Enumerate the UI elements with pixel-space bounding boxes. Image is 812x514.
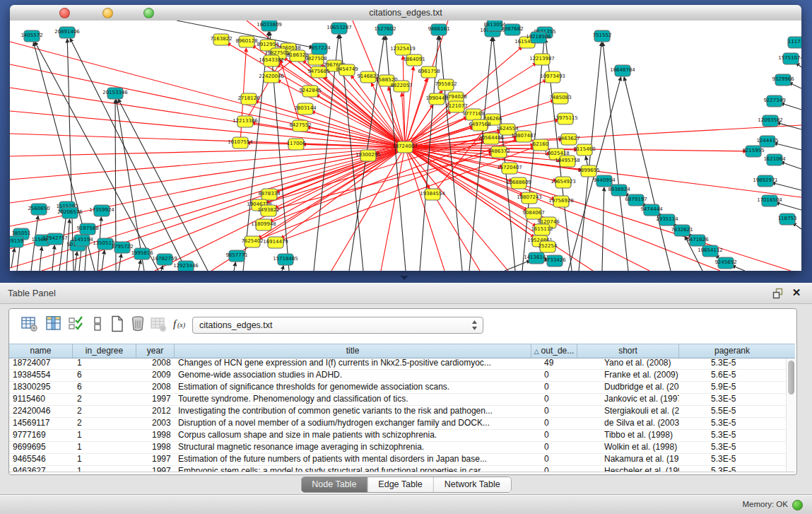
vertical-scrollbar[interactable] (786, 358, 796, 472)
network-table-select[interactable]: citations_edges.txt (192, 317, 483, 334)
graph-node[interactable]: 6497568 (469, 119, 490, 131)
graph-node[interactable]: 12923446 (173, 261, 199, 271)
graph-node[interactable]: 8938924 (608, 185, 630, 196)
graph-node[interactable]: 2718126 (237, 93, 260, 105)
graph-node[interactable]: 6961758 (418, 66, 440, 78)
graph-node[interactable]: 9777169 (462, 109, 484, 120)
graph-node[interactable]: 11809948 (251, 219, 276, 230)
graph-node[interactable]: 20891406 (54, 27, 80, 38)
graph-node[interactable]: 9475685 (307, 66, 329, 78)
graph-node[interactable]: 9197588 (76, 223, 98, 235)
graph-node[interactable]: 9227349 (763, 95, 785, 107)
tab-node-table[interactable]: Node Table (301, 477, 367, 492)
graph-node[interactable]: 18807243 (517, 192, 542, 204)
column-header-name[interactable]: name (9, 344, 73, 358)
rows-icon[interactable] (88, 315, 107, 333)
new-table-icon[interactable] (108, 315, 126, 333)
graph-node[interactable]: 19654923 (551, 177, 576, 188)
graph-node[interactable]: 16033809 (257, 21, 282, 31)
graph-node[interactable]: 1995816 (131, 248, 153, 259)
graph-node[interactable]: 16543382 (259, 55, 284, 66)
graph-node[interactable]: 10654112 (698, 245, 723, 257)
column-header-short[interactable]: short (577, 344, 679, 358)
function-builder-icon[interactable]: f (x) (171, 315, 189, 333)
graph-node[interactable]: 17016504 (757, 195, 782, 206)
select-all-icon[interactable] (67, 315, 86, 333)
graph-node[interactable]: 8822057 (390, 81, 412, 92)
graph-node[interactable]: 12213987 (529, 54, 555, 65)
column-header-in_degree[interactable]: in_degree (73, 344, 136, 358)
graph-node[interactable]: 9463627 (558, 134, 579, 145)
graph-node[interactable]: 1733426 (543, 255, 566, 267)
graph-node[interactable]: 22420046 (259, 71, 284, 83)
graph-node[interactable]: 9115460 (573, 144, 595, 156)
graph-node[interactable]: 19384554 (420, 189, 445, 200)
graph-node[interactable]: 8215955 (742, 146, 764, 157)
column-header-year[interactable]: year (136, 344, 175, 358)
show-columns-icon[interactable] (45, 315, 63, 333)
table-row[interactable]: 2242004622012Investigating the contribut… (9, 406, 795, 418)
graph-node[interactable]: 7857224 (308, 43, 331, 54)
graph-node[interactable]: 1795722 (111, 242, 133, 253)
graph-node[interactable]: 751552 (593, 30, 612, 42)
graph-node[interactable]: 10807487 (511, 131, 536, 142)
graph-node[interactable]: 1405572 (20, 30, 42, 42)
graph-node[interactable]: 16648784 (610, 65, 635, 76)
graph-node[interactable]: 2560650 (28, 204, 49, 215)
graph-node[interactable]: 13975115 (553, 113, 578, 124)
tab-network-table[interactable]: Network Table (434, 477, 511, 492)
table-row[interactable]: 1872400712008Changes of HCN gene express… (9, 358, 795, 370)
graph-node[interactable]: 20206576 (57, 207, 83, 218)
graph-node[interactable]: 10653287 (326, 23, 352, 34)
graph-node[interactable]: 9474444 (640, 204, 663, 216)
graph-node[interactable]: 8427552 (289, 120, 311, 132)
graph-node[interactable]: 252254 (539, 241, 558, 252)
table-row[interactable]: 911546021997Tourette syndrome. Phenomeno… (9, 394, 795, 406)
graph-node[interactable]: 9245652 (714, 257, 736, 269)
graph-node[interactable]: 8960128 (235, 36, 257, 47)
graph-node[interactable]: 7955812 (435, 79, 457, 90)
graph-node[interactable]: 7625402 (241, 236, 263, 247)
graph-node[interactable]: 1621064 (763, 154, 786, 165)
graph-node[interactable]: 7632621 (671, 225, 693, 236)
graph-node[interactable]: 16914479 (263, 237, 288, 248)
graph-node[interactable]: 8454749 (336, 64, 358, 76)
window-titlebar[interactable]: citations_edges.txt (10, 5, 801, 21)
splitter-handle[interactable] (400, 276, 408, 280)
graph-node[interactable]: 1615112 (531, 224, 553, 235)
graph-node[interactable]: 2803144 (294, 103, 317, 115)
graph-node[interactable]: 9242845 (299, 86, 321, 97)
graph-node[interactable]: 118753 (778, 214, 797, 225)
import-table-icon[interactable] (149, 315, 167, 333)
graph-node[interactable]: 6879197 (625, 194, 647, 206)
graph-node[interactable]: 18300295 (355, 150, 381, 161)
graph-node[interactable]: 62160 (533, 139, 548, 151)
graph-node[interactable]: 10688609 (506, 177, 531, 189)
graph-node[interactable]: 1145194 (71, 235, 93, 246)
graph-node[interactable]: 1244415 (756, 136, 778, 147)
graph-node[interactable]: 10107554 (228, 137, 253, 148)
graph-node[interactable]: 9899695 (577, 165, 599, 177)
graph-node[interactable]: 39159 (10, 236, 23, 247)
graph-node[interactable]: 7163822 (210, 34, 232, 45)
column-header-title[interactable]: title (175, 344, 531, 358)
graph-node[interactable]: 19892971 (753, 175, 778, 187)
graph-node[interactable]: 1864091 (403, 54, 425, 66)
tab-edge-table[interactable]: Edge Table (367, 477, 433, 492)
column-header-out_de[interactable]: △out_de... (531, 344, 577, 358)
graph-node[interactable]: 117006 (287, 139, 306, 150)
table-row[interactable]: 946554611997Estimation of the future num… (9, 454, 795, 466)
graph-node[interactable]: 12325419 (390, 44, 416, 55)
graph-node[interactable]: 15751074 (778, 53, 801, 64)
table-row[interactable]: 969969511998Structural magnetic resonanc… (9, 442, 795, 454)
graph-node[interactable]: 7486372 (488, 146, 510, 158)
network-canvas[interactable]: 1872400771638228960128891295422260538982… (10, 21, 801, 271)
graph-node[interactable]: 9857771 (225, 250, 247, 262)
graph-node[interactable]: 6471626 (686, 235, 709, 246)
close-panel-icon[interactable]: ✕ (791, 287, 802, 298)
scrollbar-thumb[interactable] (788, 361, 794, 395)
table-row[interactable]: 1938455462009Genome-wide association stu… (9, 370, 795, 382)
graph-node[interactable]: 7485083 (549, 93, 571, 104)
graph-node[interactable]: 1527602 (374, 24, 396, 35)
graph-node[interactable]: 9466161 (428, 24, 449, 35)
